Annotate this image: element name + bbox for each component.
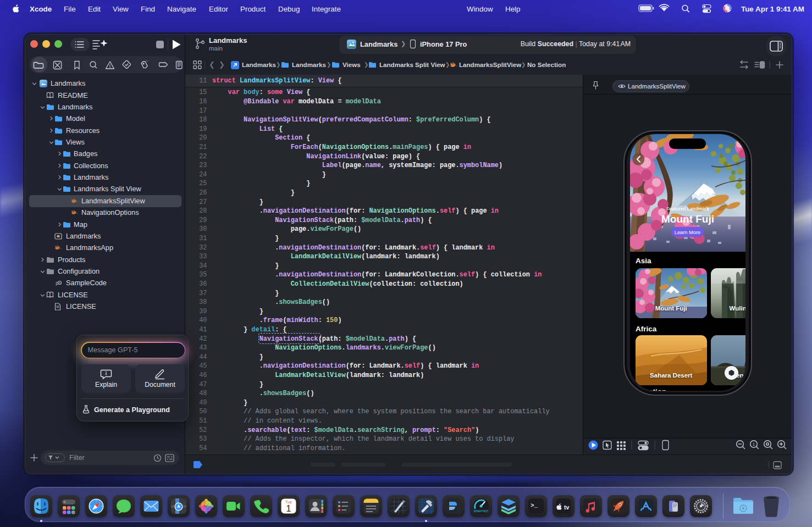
svg-text:tv: tv: [564, 504, 569, 511]
svg-text:Tue: Tue: [285, 500, 292, 504]
svg-text:SPEEDTEST: SPEEDTEST: [473, 510, 488, 513]
svg-text:1: 1: [753, 442, 755, 447]
svg-text:>_: >_: [531, 502, 538, 509]
svg-text:1: 1: [286, 504, 291, 513]
svg-text:Featured Landmark: Featured Landmark: [666, 206, 709, 212]
svg-text:Learn More: Learn More: [675, 230, 701, 235]
